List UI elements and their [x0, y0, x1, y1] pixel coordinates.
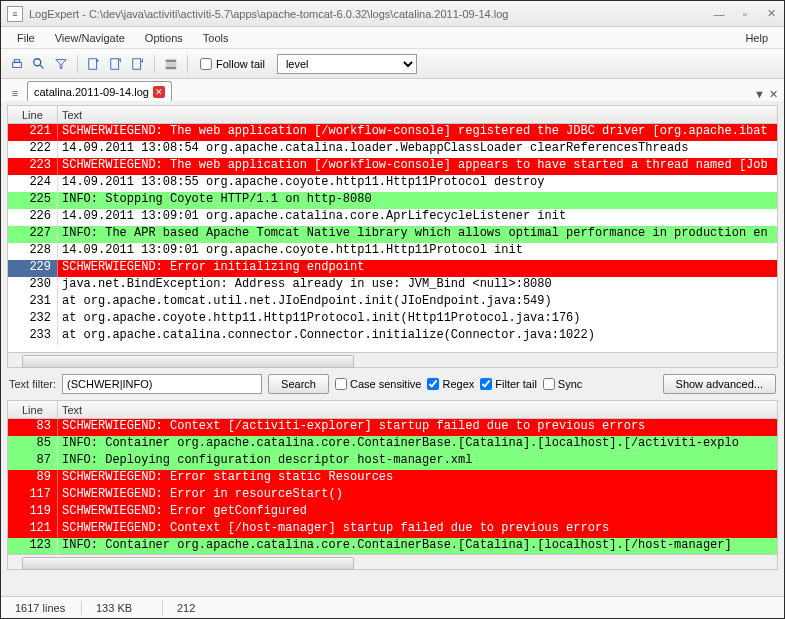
menu-view[interactable]: View/Navigate: [45, 30, 135, 46]
log-line-number: 232: [8, 311, 58, 328]
log-row[interactable]: 221SCHWERWIEGEND: The web application [/…: [8, 124, 777, 141]
separator: [77, 55, 78, 73]
log-row[interactable]: 22214.09.2011 13:08:54 org.apache.catali…: [8, 141, 777, 158]
log-row[interactable]: 117SCHWERWIEGEND: Error in resourceStart…: [8, 487, 777, 504]
menu-options[interactable]: Options: [135, 30, 193, 46]
highlight-icon[interactable]: [161, 54, 181, 74]
filter-icon[interactable]: [51, 54, 71, 74]
log-row[interactable]: 22814.09.2011 13:09:01 org.apache.coyote…: [8, 243, 777, 260]
log-text: INFO: Container org.apache.catalina.core…: [58, 538, 777, 554]
log-row[interactable]: 225INFO: Stopping Coyote HTTP/1.1 on htt…: [8, 192, 777, 209]
menu-help[interactable]: Help: [735, 30, 778, 46]
log-row[interactable]: 22414.09.2011 13:08:55 org.apache.coyote…: [8, 175, 777, 192]
filtered-grid-body[interactable]: 83SCHWERWIEGEND: Context [/activiti-expl…: [8, 419, 777, 554]
log-row[interactable]: 22614.09.2011 13:09:01 org.apache.catali…: [8, 209, 777, 226]
filtered-grid-header: Line Text: [8, 401, 777, 419]
log-text: 14.09.2011 13:09:01 org.apache.catalina.…: [58, 209, 777, 226]
log-line-number: 227: [8, 226, 58, 243]
show-advanced-button[interactable]: Show advanced...: [663, 374, 776, 394]
bookmark-icon[interactable]: [84, 54, 104, 74]
bookmark-prev-icon[interactable]: [106, 54, 126, 74]
log-text: java.net.BindException: Address already …: [58, 277, 777, 294]
status-position: 212: [163, 597, 243, 618]
window-title: LogExpert - C:\dev\java\activiti\activit…: [29, 8, 706, 20]
log-line-number: 222: [8, 141, 58, 158]
log-row[interactable]: 87INFO: Deploying configuration descript…: [8, 453, 777, 470]
main-grid-body[interactable]: 221SCHWERWIEGEND: The web application [/…: [8, 124, 777, 345]
status-size: 133 KB: [82, 597, 162, 618]
separator: [154, 55, 155, 73]
log-row[interactable]: 227INFO: The APR based Apache Tomcat Nat…: [8, 226, 777, 243]
tab-close-all-icon[interactable]: ✕: [769, 88, 778, 101]
tab-catalina[interactable]: catalina.2011-09-14.log ✕: [27, 81, 172, 101]
log-line-number: 231: [8, 294, 58, 311]
col-header-line[interactable]: Line: [8, 106, 58, 123]
level-select[interactable]: level: [277, 54, 417, 74]
sync-toggle[interactable]: Sync: [543, 378, 582, 390]
svg-rect-4: [89, 58, 97, 69]
log-text: INFO: Container org.apache.catalina.core…: [58, 436, 777, 453]
log-text: SCHWERWIEGEND: Error initializing endpoi…: [58, 260, 777, 277]
tab-label: catalina.2011-09-14.log: [34, 86, 149, 98]
maximize-button[interactable]: ▫: [732, 1, 758, 26]
filter-label: Text filter:: [9, 378, 56, 390]
filtered-horizontal-scrollbar[interactable]: [7, 555, 778, 570]
print-icon[interactable]: [7, 54, 27, 74]
main-log-grid[interactable]: Line Text 221SCHWERWIEGEND: The web appl…: [7, 105, 778, 353]
filter-input[interactable]: [62, 374, 262, 394]
search-icon[interactable]: [29, 54, 49, 74]
col-header-text[interactable]: Text: [58, 106, 777, 123]
tab-list-icon[interactable]: ≡: [7, 85, 23, 101]
log-row[interactable]: 223SCHWERWIEGEND: The web application [/…: [8, 158, 777, 175]
bookmark-next-icon[interactable]: [128, 54, 148, 74]
minimize-button[interactable]: —: [706, 1, 732, 26]
log-row[interactable]: 89SCHWERWIEGEND: Error starting static R…: [8, 470, 777, 487]
main-horizontal-scrollbar[interactable]: [7, 353, 778, 368]
log-text: 14.09.2011 13:08:54 org.apache.catalina.…: [58, 141, 777, 158]
log-line-number: 89: [8, 470, 58, 487]
svg-rect-7: [166, 59, 177, 62]
log-text: 14.09.2011 13:08:55 org.apache.coyote.ht…: [58, 175, 777, 192]
case-sensitive-toggle[interactable]: Case sensitive: [335, 378, 422, 390]
log-row[interactable]: 121SCHWERWIEGEND: Context [/host-manager…: [8, 521, 777, 538]
svg-rect-6: [133, 58, 141, 69]
app-icon: ≡: [7, 6, 23, 22]
log-text: at org.apache.catalina.connector.Connect…: [58, 328, 777, 345]
log-line-number: 85: [8, 436, 58, 453]
title-bar: ≡ LogExpert - C:\dev\java\activiti\activ…: [1, 1, 784, 27]
log-text: SCHWERWIEGEND: Error getConfigured: [58, 504, 777, 521]
separator: [187, 55, 188, 73]
sync-checkbox[interactable]: [543, 378, 555, 390]
close-button[interactable]: ✕: [758, 1, 784, 26]
log-text: SCHWERWIEGEND: Error in resourceStart(): [58, 487, 777, 504]
regex-checkbox[interactable]: [427, 378, 439, 390]
log-row[interactable]: 232 at org.apache.coyote.http11.Http11Pr…: [8, 311, 777, 328]
col-header-line[interactable]: Line: [8, 401, 58, 418]
log-line-number: 117: [8, 487, 58, 504]
filter-tail-checkbox[interactable]: [480, 378, 492, 390]
log-text: INFO: Stopping Coyote HTTP/1.1 on http-8…: [58, 192, 777, 209]
tab-dropdown-icon[interactable]: ▼: [754, 88, 765, 101]
log-row[interactable]: 119SCHWERWIEGEND: Error getConfigured: [8, 504, 777, 521]
regex-toggle[interactable]: Regex: [427, 378, 474, 390]
menu-tools[interactable]: Tools: [193, 30, 239, 46]
filtered-log-grid[interactable]: Line Text 83SCHWERWIEGEND: Context [/act…: [7, 400, 778, 555]
log-row[interactable]: 231 at org.apache.tomcat.util.net.JIoEnd…: [8, 294, 777, 311]
search-button[interactable]: Search: [268, 374, 329, 394]
log-text: SCHWERWIEGEND: The web application [/wor…: [58, 124, 777, 141]
log-row[interactable]: 85INFO: Container org.apache.catalina.co…: [8, 436, 777, 453]
filter-tail-toggle[interactable]: Filter tail: [480, 378, 537, 390]
tab-close-icon[interactable]: ✕: [153, 86, 165, 98]
menu-file[interactable]: File: [7, 30, 45, 46]
log-row[interactable]: 123INFO: Container org.apache.catalina.c…: [8, 538, 777, 554]
log-row[interactable]: 83SCHWERWIEGEND: Context [/activiti-expl…: [8, 419, 777, 436]
follow-tail-toggle[interactable]: Follow tail: [200, 58, 265, 70]
svg-point-2: [34, 58, 41, 65]
case-checkbox[interactable]: [335, 378, 347, 390]
svg-rect-5: [111, 58, 119, 69]
log-row[interactable]: 230java.net.BindException: Address alrea…: [8, 277, 777, 294]
log-row[interactable]: 233 at org.apache.catalina.connector.Con…: [8, 328, 777, 345]
follow-tail-checkbox[interactable]: [200, 58, 212, 70]
log-row[interactable]: 229SCHWERWIEGEND: Error initializing end…: [8, 260, 777, 277]
col-header-text[interactable]: Text: [58, 401, 777, 418]
